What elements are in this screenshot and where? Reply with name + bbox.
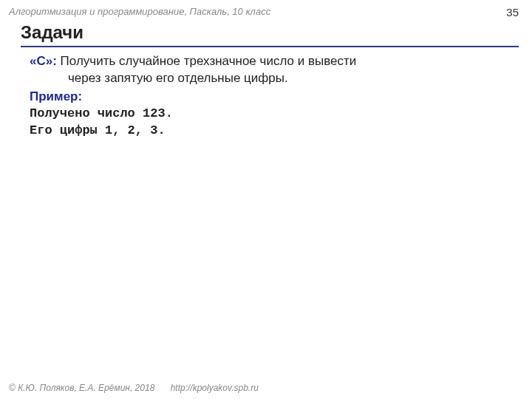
example-output-2: Его цифры 1, 2, 3. bbox=[30, 123, 510, 140]
footer-url: http://kpolyakov.spb.ru bbox=[171, 383, 259, 393]
example-label: Пример: bbox=[30, 89, 510, 106]
task-line-1: «C»: Получить случайное трехзначное числ… bbox=[30, 53, 510, 70]
footer: © К.Ю. Поляков, Е.А. Ерёмин, 2018 http:/… bbox=[9, 383, 259, 393]
task-text-1: Получить случайное трехзначное число и в… bbox=[57, 54, 356, 68]
content-block: «C»: Получить случайное трехзначное числ… bbox=[30, 53, 510, 140]
copyright: © К.Ю. Поляков, Е.А. Ерёмин, 2018 bbox=[9, 383, 154, 393]
page-number: 35 bbox=[506, 6, 519, 18]
task-label-c: «C»: bbox=[30, 54, 57, 68]
example-output-1: Получено число 123. bbox=[30, 106, 510, 123]
page-title: Задачи bbox=[21, 22, 519, 47]
breadcrumb: Алгоритмизация и программирование, Паска… bbox=[9, 6, 270, 17]
task-text-2: через запятую его отдельные цифры. bbox=[30, 70, 510, 87]
